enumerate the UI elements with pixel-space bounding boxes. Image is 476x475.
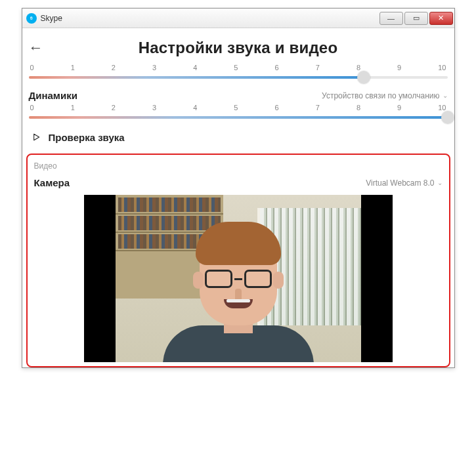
slider-track[interactable] — [29, 73, 448, 82]
slider-track[interactable] — [29, 113, 448, 122]
speakers-device-dropdown[interactable]: Устройство связи по умолчанию ⌄ — [322, 91, 447, 100]
slider-ticks: 0 1 2 3 4 5 6 7 8 9 10 — [29, 64, 448, 72]
slider-thumb[interactable] — [357, 71, 370, 84]
minimize-button[interactable]: — — [379, 12, 403, 25]
page-title: Настройки звука и видео — [47, 39, 429, 57]
window-title: Skype — [41, 14, 62, 23]
sound-test-label: Проверка звука — [49, 132, 125, 143]
mic-slider: 0 1 2 3 4 5 6 7 8 9 10 — [29, 64, 448, 82]
slider-ticks: 0 1 2 3 4 5 6 7 8 9 10 — [29, 104, 448, 112]
close-button[interactable]: ✕ — [429, 12, 453, 25]
speakers-label: Динамики — [29, 90, 77, 101]
slider-thumb[interactable] — [441, 111, 454, 124]
maximize-button[interactable]: ▭ — [404, 12, 428, 25]
speakers-slider: 0 1 2 3 4 5 6 7 8 9 10 — [29, 104, 448, 122]
chevron-down-icon: ⌄ — [443, 92, 448, 99]
video-section: Видео Камера Virtual Webcam 8.0 ⌄ — [26, 154, 450, 367]
camera-label: Камера — [34, 177, 70, 188]
speakers-row: Динамики Устройство связи по умолчанию ⌄ — [29, 90, 448, 101]
camera-device-dropdown[interactable]: Virtual Webcam 8.0 ⌄ — [366, 178, 442, 188]
video-caption: Видео — [34, 161, 443, 171]
play-icon — [30, 131, 42, 143]
chevron-down-icon: ⌄ — [437, 179, 443, 186]
content-area: ← Настройки звука и видео 0 1 2 3 4 5 6 … — [22, 28, 454, 367]
skype-icon — [26, 13, 37, 24]
camera-preview — [84, 195, 393, 362]
app-window: Skype — ▭ ✕ ← Настройки звука и видео 0 … — [22, 8, 455, 368]
back-arrow-icon[interactable]: ← — [29, 39, 47, 56]
titlebar: Skype — ▭ ✕ — [22, 9, 454, 28]
window-controls: — ▭ ✕ — [378, 12, 454, 25]
sound-test-button[interactable]: Проверка звука — [30, 131, 448, 143]
